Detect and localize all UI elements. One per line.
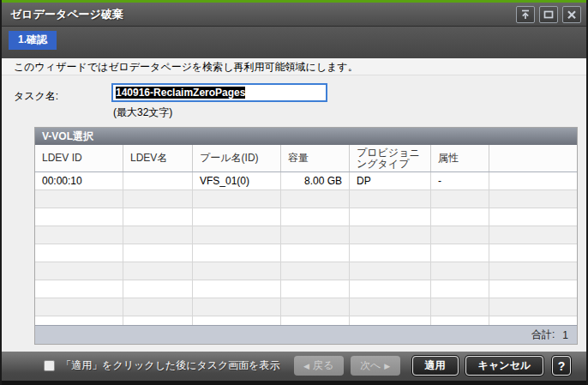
action-bar: 「適用」をクリックした後にタスク画面を表示 ◀ 戻る 次へ ▶ 適用 キャンセル… — [2, 352, 586, 385]
cell-blank — [35, 226, 123, 244]
next-button[interactable]: 次へ ▶ — [351, 356, 400, 376]
cell-blank — [281, 262, 350, 280]
cell-blank — [350, 244, 431, 262]
table-row-empty[interactable] — [35, 316, 577, 325]
tab-step-1-confirm[interactable]: 1.確認 — [9, 31, 57, 50]
window-controls — [516, 6, 581, 23]
cell-blank — [350, 190, 431, 208]
table-row[interactable]: 00:00:10 VFS_01(0) 8.00 GB DP - — [35, 172, 577, 190]
column-header-provisioning-type[interactable]: プロビジョニングタイプ — [350, 145, 431, 171]
cell-blank — [350, 262, 431, 280]
task-name-max-hint: (最大32文字) — [113, 105, 172, 120]
total-label: 合計: — [531, 328, 555, 342]
cell-blank — [281, 316, 350, 325]
cell-blank — [489, 244, 577, 262]
wizard-description: このウィザードではゼロデータページを検索し再利用可能領域にします。 — [2, 58, 586, 75]
dialog-title: ゼロデータページ破棄 — [10, 7, 516, 22]
total-value: 1 — [562, 329, 568, 341]
table-row-empty[interactable] — [35, 208, 577, 226]
cell-blank — [35, 262, 123, 280]
help-button[interactable]: ? — [552, 356, 571, 376]
cell-blank — [123, 298, 193, 316]
cell-blank — [281, 190, 350, 208]
cell-blank — [350, 316, 431, 325]
cell-blank — [123, 226, 193, 244]
cell-blank — [350, 298, 431, 316]
vvol-table-footer: 合計: 1 — [35, 325, 577, 344]
cell-blank — [281, 226, 350, 244]
back-button-label: 戻る — [313, 358, 333, 373]
cell-blank — [193, 208, 281, 226]
cell-blank — [489, 262, 577, 280]
cell-blank — [35, 208, 123, 226]
cell-blank — [35, 298, 123, 316]
cell-blank — [123, 244, 193, 262]
cell-blank — [193, 280, 281, 298]
maximize-icon — [542, 8, 555, 21]
cell-blank — [281, 280, 350, 298]
cell-provisioning-type: DP — [350, 172, 431, 189]
table-row-empty[interactable] — [35, 280, 577, 298]
cell-blank — [123, 208, 193, 226]
dialog-window: ゼロデータページ破棄 — [0, 0, 588, 385]
cell-blank — [35, 316, 123, 325]
close-icon — [565, 8, 579, 21]
column-header-ldev-id[interactable]: LDEV ID — [35, 145, 123, 171]
cell-blank — [350, 208, 431, 226]
close-button[interactable] — [562, 6, 581, 23]
cell-blank — [489, 208, 577, 226]
cell-pool-name: VFS_01(0) — [193, 172, 281, 189]
cell-blank — [193, 298, 281, 316]
wizard-step-strip: 1.確認 — [2, 27, 586, 58]
next-arrow-icon: ▶ — [384, 362, 390, 370]
task-name-label: タスク名: — [14, 89, 58, 104]
cell-ldev-id: 00:00:10 — [35, 172, 123, 189]
cell-blank — [123, 190, 193, 208]
table-row-empty[interactable] — [35, 298, 577, 316]
apply-button[interactable]: 適用 — [412, 356, 459, 376]
titlebar: ゼロデータページ破棄 — [2, 3, 586, 27]
cell-blank — [350, 226, 431, 244]
cell-blank — [489, 316, 577, 325]
cell-capacity: 8.00 GB — [281, 172, 350, 189]
show-task-screen-label: 「適用」をクリックした後にタスク画面を表示 — [61, 358, 279, 373]
vvol-table-title: V-VOL選択 — [35, 128, 577, 145]
table-row-empty[interactable] — [35, 262, 577, 280]
cell-blank — [123, 262, 193, 280]
cell-attribute: - — [431, 172, 489, 189]
table-row-empty[interactable] — [35, 226, 577, 244]
column-header-attribute[interactable]: 属性 — [431, 145, 489, 171]
cell-blank — [281, 208, 350, 226]
cell-blank — [431, 226, 489, 244]
cell-blank — [431, 190, 489, 208]
cell-blank — [431, 208, 489, 226]
cell-blank — [123, 280, 193, 298]
dialog-content: このウィザードではゼロデータページを検索し再利用可能領域にします。 タスク名: … — [2, 58, 586, 352]
task-name-input[interactable]: 140916-ReclaimZeroPages — [111, 83, 327, 102]
cell-blank — [431, 280, 489, 298]
cell-blank — [489, 298, 577, 316]
cell-blank — [193, 316, 281, 325]
cell-blank — [350, 280, 431, 298]
back-arrow-icon: ◀ — [303, 362, 309, 370]
vvol-table-body: 00:00:10 VFS_01(0) 8.00 GB DP - — [35, 172, 577, 325]
cell-blank — [35, 280, 123, 298]
task-name-value: 140916-ReclaimZeroPages — [116, 87, 245, 99]
cell-blank — [431, 244, 489, 262]
cell-ldev-name — [123, 172, 193, 189]
column-header-pool-name[interactable]: プール名(ID) — [193, 145, 281, 171]
cancel-button[interactable]: キャンセル — [465, 356, 543, 376]
column-header-capacity[interactable]: 容量 — [281, 145, 350, 171]
column-header-ldev-name[interactable]: LDEV名 — [123, 145, 193, 171]
cell-blank — [489, 172, 577, 189]
table-row-empty[interactable] — [35, 244, 577, 262]
maximize-button[interactable] — [539, 6, 558, 23]
rollup-button[interactable] — [516, 6, 535, 23]
cell-blank — [489, 226, 577, 244]
cell-blank — [193, 190, 281, 208]
back-button[interactable]: ◀ 戻る — [294, 356, 344, 376]
cell-blank — [281, 298, 350, 316]
vvol-selection-table: V-VOL選択 LDEV ID LDEV名 プール名(ID) 容量 プロビジョニ… — [34, 127, 578, 345]
table-row-empty[interactable] — [35, 190, 577, 208]
show-task-screen-checkbox[interactable] — [44, 360, 55, 371]
